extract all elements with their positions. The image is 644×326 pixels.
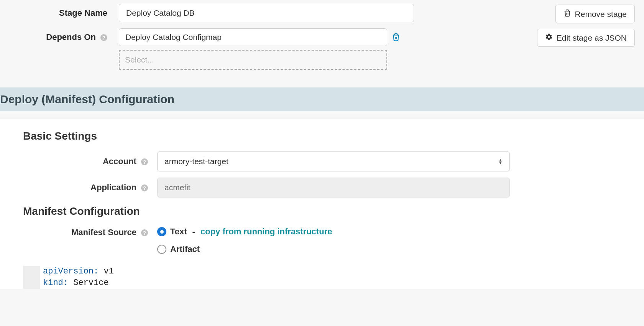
radio-icon: [157, 245, 166, 254]
manifest-config-title: Manifest Configuration: [23, 205, 621, 217]
application-row: Application ? acmefit: [23, 178, 621, 198]
manifest-source-radio-group: Text - copy from running infrastructure …: [157, 227, 332, 254]
section-header: Deploy (Manifest) Configuration: [0, 87, 644, 111]
depends-on-select[interactable]: Select...: [119, 50, 387, 70]
stage-name-label: Stage Name: [8, 8, 119, 18]
help-icon[interactable]: ?: [141, 229, 148, 236]
remove-stage-button[interactable]: Remove stage: [555, 5, 635, 23]
account-select[interactable]: armory-test-target ▲▼: [157, 151, 510, 171]
depends-on-label: Depends On ?: [8, 28, 119, 42]
manifest-source-label: Manifest Source ?: [23, 227, 157, 237]
account-label: Account ?: [23, 156, 157, 166]
radio-text-option[interactable]: Text - copy from running infrastructure: [157, 227, 332, 237]
depends-on-chip[interactable]: Deploy Catalog Configmap: [119, 28, 387, 46]
main-content: Basic Settings Account ? armory-test-tar…: [0, 118, 644, 289]
trash-icon: [564, 9, 571, 19]
copy-infra-link[interactable]: copy from running infrastructure: [200, 227, 332, 237]
stage-name-input[interactable]: [119, 4, 414, 22]
code-gutter: [23, 266, 40, 289]
manifest-code-editor[interactable]: apiVersion: v1 kind: Service: [23, 266, 621, 289]
manifest-source-row: Manifest Source ? Text - copy from runni…: [23, 227, 621, 254]
depends-on-item: Deploy Catalog Configmap: [119, 28, 400, 46]
basic-settings-title: Basic Settings: [23, 130, 621, 142]
chevron-updown-icon: ▲▼: [498, 159, 503, 164]
application-field: acmefit: [157, 178, 510, 198]
help-icon[interactable]: ?: [141, 158, 148, 165]
application-label: Application ?: [23, 183, 157, 193]
stage-config-section: Stage Name Depends On ? Deploy Catalog C…: [0, 0, 644, 87]
account-row: Account ? armory-test-target ▲▼: [23, 151, 621, 171]
action-buttons: Remove stage Edit stage as JSON: [537, 5, 635, 47]
depends-on-wrapper: Deploy Catalog Configmap Select...: [119, 28, 400, 70]
edit-json-button[interactable]: Edit stage as JSON: [537, 29, 635, 47]
help-icon[interactable]: ?: [141, 184, 148, 191]
code-content: apiVersion: v1 kind: Service: [40, 266, 114, 289]
gear-icon: [545, 33, 553, 43]
help-icon[interactable]: ?: [100, 34, 107, 41]
radio-artifact-option[interactable]: Artifact: [157, 244, 332, 254]
trash-icon[interactable]: [392, 33, 400, 42]
radio-icon: [157, 227, 166, 236]
